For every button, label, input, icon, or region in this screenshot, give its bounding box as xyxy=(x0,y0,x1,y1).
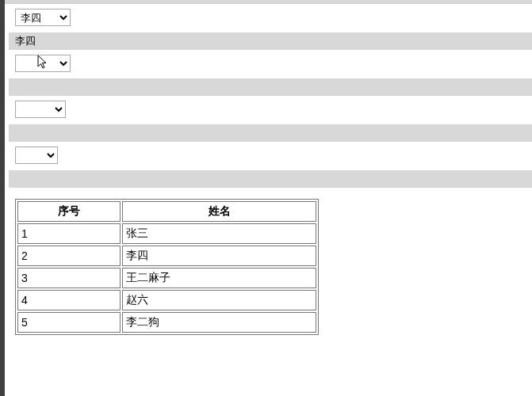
value-band-3 xyxy=(9,124,532,142)
table-row: 4 赵六 xyxy=(17,290,316,310)
table-cell-name: 赵六 xyxy=(122,290,316,310)
table-cell-name: 王二麻子 xyxy=(122,268,316,288)
table-cell-name: 李二狗 xyxy=(122,312,316,333)
viewport: 李四 李四 xyxy=(0,0,532,396)
table-header-row: 序号 姓名 xyxy=(17,201,316,222)
table-cell-name: 张三 xyxy=(122,223,316,244)
table-cell-index: 4 xyxy=(17,290,121,310)
value-band-1: 李四 xyxy=(9,32,532,50)
dropdown-1[interactable]: 李四 xyxy=(15,9,71,26)
table-cell-name: 李四 xyxy=(122,246,316,266)
table-row: 3 王二麻子 xyxy=(17,268,316,288)
table-cell-index: 1 xyxy=(17,223,121,244)
table-cell-index: 5 xyxy=(17,312,121,333)
table-cell-index: 2 xyxy=(17,246,121,266)
segment-2 xyxy=(9,50,532,96)
content-area: 李四 李四 xyxy=(9,0,532,396)
segment-3 xyxy=(9,96,532,142)
value-band-4 xyxy=(9,170,532,188)
dropdown-4[interactable] xyxy=(15,147,58,164)
value-band-2 xyxy=(9,78,532,96)
data-table-wrap: 序号 姓名 1 张三 2 李四 3 王二麻子 xyxy=(9,188,532,335)
segment-1: 李四 李四 xyxy=(9,4,532,50)
segment-4 xyxy=(9,142,532,188)
dropdown-2[interactable] xyxy=(15,55,71,72)
table-header-index: 序号 xyxy=(17,201,121,222)
table-cell-index: 3 xyxy=(17,268,121,288)
table-row: 5 李二狗 xyxy=(17,312,316,333)
table-row: 2 李四 xyxy=(17,246,316,266)
dropdown-3[interactable] xyxy=(15,101,66,118)
table-header-name: 姓名 xyxy=(122,201,316,222)
data-table: 序号 姓名 1 张三 2 李四 3 王二麻子 xyxy=(15,199,319,335)
table-row: 1 张三 xyxy=(17,223,316,244)
